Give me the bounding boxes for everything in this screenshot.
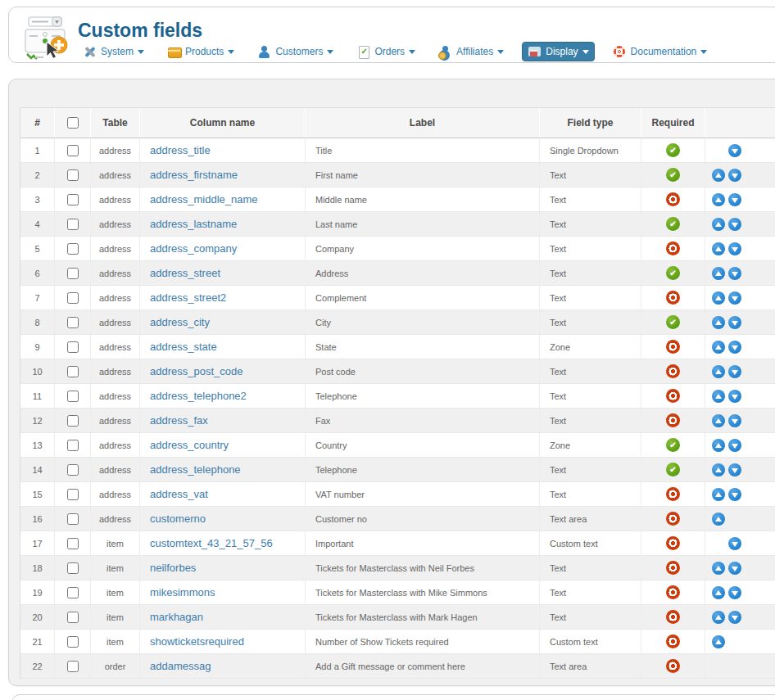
- row-checkbox[interactable]: [67, 391, 79, 402]
- move-up-icon[interactable]: [712, 242, 725, 255]
- nav-item[interactable]: Orders: [351, 43, 420, 61]
- row-checkbox[interactable]: [67, 513, 79, 525]
- move-up-icon[interactable]: [712, 218, 725, 231]
- move-up-icon[interactable]: [712, 193, 725, 206]
- move-down-icon[interactable]: [728, 365, 741, 378]
- column-name-link[interactable]: address_middle_name: [150, 193, 258, 205]
- move-up-icon[interactable]: [712, 365, 725, 378]
- move-up-icon[interactable]: [712, 463, 725, 476]
- column-name-link[interactable]: address_lastname: [150, 218, 237, 230]
- column-name-link[interactable]: showticketsrequired: [150, 635, 244, 648]
- column-name-link[interactable]: address_street: [150, 267, 220, 279]
- row-checkbox[interactable]: [67, 415, 79, 427]
- move-up-icon[interactable]: [712, 390, 725, 403]
- column-name-link[interactable]: address_state: [150, 341, 217, 353]
- move-down-icon[interactable]: [728, 390, 741, 403]
- required-status-icon: [666, 536, 680, 550]
- move-down-icon[interactable]: [728, 463, 741, 476]
- row-checkbox[interactable]: [67, 464, 79, 476]
- column-name-link[interactable]: address_telephone2: [150, 390, 247, 402]
- nav-item[interactable]: Documentation: [608, 43, 713, 61]
- required-status-icon: [666, 561, 680, 575]
- row-checkbox[interactable]: [67, 636, 79, 648]
- nav-item[interactable]: Display: [522, 42, 594, 61]
- column-name-link[interactable]: addamessag: [150, 660, 211, 672]
- column-name-link[interactable]: markhagan: [150, 611, 203, 623]
- move-up-icon[interactable]: [712, 291, 725, 305]
- move-down-icon[interactable]: [728, 218, 741, 231]
- row-checkbox[interactable]: [67, 538, 79, 549]
- move-up-icon[interactable]: [712, 267, 725, 280]
- row-checkbox[interactable]: [67, 169, 79, 181]
- move-up-icon[interactable]: [712, 562, 725, 575]
- nav-item[interactable]: System: [78, 43, 149, 61]
- sort-arrows: [712, 193, 741, 206]
- column-name-link[interactable]: address_fax: [150, 414, 208, 427]
- row-checkbox[interactable]: [67, 243, 79, 255]
- row-table: address: [91, 433, 140, 457]
- column-name-link[interactable]: address_firstname: [150, 169, 238, 181]
- move-down-icon[interactable]: [728, 316, 741, 329]
- move-up-icon[interactable]: [712, 586, 725, 599]
- move-up-icon[interactable]: [712, 635, 725, 648]
- column-name-link[interactable]: address_vat: [150, 488, 208, 500]
- row-checkbox[interactable]: [67, 268, 79, 279]
- row-checkbox[interactable]: [67, 145, 79, 156]
- move-down-icon[interactable]: [728, 169, 741, 182]
- move-up-icon[interactable]: [712, 341, 725, 354]
- row-checkbox[interactable]: [67, 612, 79, 623]
- column-name-link[interactable]: mikesimmons: [150, 586, 215, 598]
- row-checkbox[interactable]: [67, 440, 79, 451]
- row-checkbox[interactable]: [67, 366, 79, 377]
- row-label: Telephone: [306, 384, 540, 408]
- move-down-icon[interactable]: [728, 414, 741, 427]
- move-up-icon[interactable]: [712, 414, 725, 427]
- row-checkbox[interactable]: [67, 661, 79, 672]
- move-down-icon[interactable]: [728, 144, 741, 157]
- row-checkbox[interactable]: [67, 194, 79, 205]
- column-name-link[interactable]: address_telephone: [150, 463, 241, 476]
- select-all-checkbox[interactable]: [67, 117, 79, 129]
- row-checkbox[interactable]: [67, 489, 79, 500]
- row-checkbox[interactable]: [67, 562, 79, 574]
- column-name-link[interactable]: address_title: [150, 144, 211, 156]
- row-checkbox[interactable]: [67, 292, 79, 304]
- move-up-icon[interactable]: [712, 611, 725, 624]
- move-down-icon[interactable]: [728, 439, 741, 452]
- move-down-icon[interactable]: [728, 537, 741, 550]
- row-checkbox[interactable]: [67, 219, 79, 230]
- column-name-link[interactable]: address_company: [150, 242, 237, 255]
- move-down-icon[interactable]: [728, 562, 741, 575]
- column-name-link[interactable]: address_post_code: [150, 365, 242, 377]
- column-name-link[interactable]: address_city: [150, 316, 210, 328]
- move-down-icon[interactable]: [728, 341, 741, 354]
- move-down-icon[interactable]: [728, 611, 741, 624]
- move-down-icon[interactable]: [728, 267, 741, 280]
- move-up-icon[interactable]: [712, 316, 725, 329]
- move-down-icon[interactable]: [728, 291, 741, 305]
- move-down-icon[interactable]: [728, 586, 741, 599]
- move-up-icon[interactable]: [712, 439, 725, 452]
- column-name-link[interactable]: neilforbes: [150, 562, 196, 574]
- column-name-link[interactable]: address_street2: [150, 291, 226, 304]
- nav-item[interactable]: Customers: [252, 43, 338, 61]
- sort-arrows: [712, 463, 741, 476]
- move-down-icon[interactable]: [728, 193, 741, 206]
- column-name-link[interactable]: customtext_43_21_57_56: [150, 537, 273, 549]
- row-checkbox[interactable]: [67, 341, 79, 353]
- move-down-icon[interactable]: [728, 488, 741, 501]
- row-number: 20: [20, 605, 55, 629]
- row-checkbox[interactable]: [67, 587, 79, 598]
- move-up-icon[interactable]: [712, 169, 725, 182]
- table-row: 15 address address_vat VAT number Text: [20, 482, 775, 507]
- nav-item[interactable]: Affiliates: [433, 43, 509, 61]
- row-sort-cell: [705, 433, 775, 457]
- nav-item[interactable]: Products: [162, 43, 239, 61]
- column-name-link[interactable]: customerno: [150, 513, 206, 525]
- row-checkbox[interactable]: [67, 317, 79, 328]
- column-name-link[interactable]: address_country: [150, 439, 229, 451]
- row-table: item: [91, 531, 140, 555]
- move-up-icon[interactable]: [712, 488, 725, 501]
- move-up-icon[interactable]: [712, 513, 725, 526]
- move-down-icon[interactable]: [728, 242, 741, 255]
